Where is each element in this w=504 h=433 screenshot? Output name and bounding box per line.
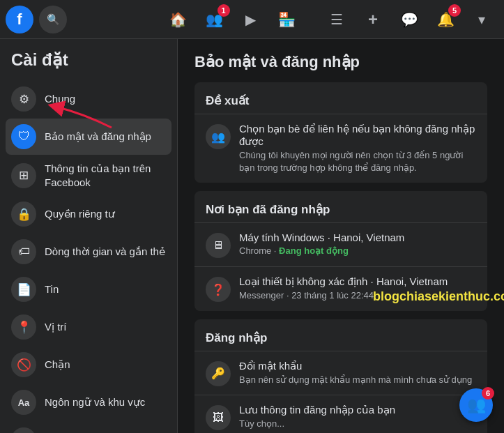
- marketplace-icon: 🏪: [278, 11, 296, 28]
- facebook-logo[interactable]: f: [6, 6, 33, 33]
- item-subtitle: Chúng tôi khuyên mọi người nên chọn từ 3…: [239, 149, 476, 174]
- people-icon: 👥: [467, 396, 486, 414]
- menu-nav-button[interactable]: ☰: [320, 3, 353, 36]
- page-title: Bảo mật và đăng nhập: [194, 53, 487, 71]
- password-icon: 🔑: [206, 361, 231, 386]
- section-header-dexuat: Đề xuất: [194, 82, 487, 114]
- face-icon: 👤: [11, 427, 36, 433]
- list-item[interactable]: 🖥 Máy tính Windows · Hanoi, Vietnam Chro…: [194, 222, 487, 266]
- sidebar-title: Cài đặt: [6, 50, 171, 70]
- item-text: Lưu thông tin đăng nhập của bạn Tùy chọn…: [239, 404, 476, 430]
- item-text: Loại thiết bị không xác định · Hanoi, Vi…: [239, 275, 476, 302]
- sidebar-label-baomat: Bảo mật và đăng nhập: [45, 130, 151, 144]
- sidebar-item-thongtin[interactable]: ⊞ Thông tin của bạn trên Facebook: [6, 156, 171, 195]
- section-dangnhap: Đăng nhập 🔑 Đổi mật khẩu Bạn nên sử dụng…: [194, 319, 487, 433]
- search-button[interactable]: 🔍: [39, 6, 67, 33]
- sidebar-label-dongthoigian: Dòng thời gian và gắn thẻ: [45, 245, 165, 259]
- sidebar-item-nhandardang[interactable]: 👤 Nhận dạng khuôn mặt: [6, 422, 171, 433]
- marketplace-nav-button[interactable]: 🏪: [270, 3, 304, 36]
- sidebar-label-vitri: Vị trí: [45, 320, 67, 334]
- main-content: Bảo mật và đăng nhập Đề xuất 👥 Chọn bạn …: [178, 39, 504, 433]
- sidebar-item-quyenriengtu[interactable]: 🔒 Quyền riêng tư: [6, 196, 171, 232]
- item-title: Chọn bạn bè để liên hệ nếu bạn không đăn…: [239, 123, 476, 148]
- nav-right: ☰ + 💬 🔔 5 ▾: [320, 3, 498, 36]
- sidebar-item-ngonngu[interactable]: Aa Ngôn ngữ và khu vực: [6, 384, 171, 420]
- unknown-device-icon: ❓: [206, 277, 231, 302]
- active-status: Đang hoạt động: [279, 245, 349, 256]
- language-icon: Aa: [11, 390, 36, 415]
- item-text: Chọn bạn bè để liên hệ nếu bạn không đăn…: [239, 123, 476, 174]
- create-nav-button[interactable]: +: [356, 3, 390, 36]
- item-subtitle: Chrome · Đang hoạt động: [239, 245, 476, 257]
- watch-nav-button[interactable]: ▶: [234, 3, 268, 36]
- section-header-dangnhap: Nơi bạn đã đăng nhập: [194, 191, 487, 222]
- list-item[interactable]: 🖼 Lưu thông tin đăng nhập của bạn Tùy ch…: [194, 395, 487, 433]
- news-icon: 📄: [11, 277, 36, 302]
- friends-badge: 1: [217, 4, 230, 17]
- sidebar-item-tin[interactable]: 📄 Tin: [6, 271, 171, 307]
- notifications-nav-button[interactable]: 🔔 5: [429, 3, 462, 36]
- sidebar-item-chung[interactable]: ⚙ Chung: [6, 81, 171, 117]
- info-icon: ⊞: [11, 163, 36, 188]
- browser-label: Chrome ·: [239, 245, 279, 256]
- watch-icon: ▶: [245, 11, 256, 28]
- windows-icon: 🖥: [206, 233, 231, 258]
- item-subtitle: Tùy chọn...: [239, 418, 476, 430]
- list-item[interactable]: 🔑 Đổi mật khẩu Bạn nên sử dụng mật khẩu …: [194, 351, 487, 395]
- lock-icon: 🔒: [11, 202, 36, 227]
- save-login-icon: 🖼: [206, 405, 231, 430]
- sidebar-label-quyenriengtu: Quyền riêng tư: [45, 207, 115, 221]
- section-dexuat: Đề xuất 👥 Chọn bạn bè để liên hệ nếu bạn…: [194, 82, 487, 183]
- notifications-badge: 5: [448, 4, 461, 17]
- gear-icon: ⚙: [11, 86, 36, 112]
- section-noibandadangnhap: Nơi bạn đã đăng nhập 🖥 Máy tính Windows …: [194, 191, 487, 310]
- sidebar-label-ngonngu: Ngôn ngữ và khu vực: [45, 395, 145, 409]
- item-subtitle: Bạn nên sử dụng mật khẩu mạnh mà mình ch…: [239, 374, 476, 386]
- create-icon: +: [368, 10, 378, 29]
- sidebar-label-thongtin: Thông tin của bạn trên Facebook: [45, 162, 166, 189]
- section-header-dangnhap2: Đăng nhập: [194, 319, 487, 351]
- sidebar-label-chung: Chung: [45, 92, 75, 106]
- menu-icon: ☰: [330, 11, 343, 28]
- sidebar-item-dongthoigian[interactable]: 🏷 Dòng thời gian và gắn thẻ: [6, 234, 171, 270]
- friends-suggest-icon: 👥: [206, 124, 231, 149]
- list-item[interactable]: ❓ Loại thiết bị không xác định · Hanoi, …: [194, 266, 487, 310]
- search-icon: 🔍: [47, 13, 60, 26]
- list-item[interactable]: 👥 Chọn bạn bè để liên hệ nếu bạn không đ…: [194, 114, 487, 183]
- messenger-icon: 💬: [401, 11, 418, 28]
- item-title: Máy tính Windows · Hanoi, Vietnam: [239, 231, 476, 243]
- sidebar-item-baomat[interactable]: 🛡 Bảo mật và đăng nhập: [6, 119, 171, 155]
- float-badge: 6: [482, 387, 494, 400]
- sidebar-label-tin: Tin: [45, 282, 59, 296]
- item-text: Máy tính Windows · Hanoi, Vietnam Chrome…: [239, 231, 476, 257]
- float-action-button[interactable]: 👥 6: [459, 388, 493, 422]
- nav-left: f 🔍: [6, 6, 145, 33]
- home-nav-button[interactable]: 🏠: [162, 3, 195, 36]
- sidebar: Cài đặt ⚙ Chung 🛡 Bảo mật và đăng nhập ⊞…: [0, 39, 178, 433]
- location-icon: 📍: [11, 314, 36, 340]
- nav-center: 🏠 👥 1 ▶ 🏪: [145, 3, 320, 36]
- shield-icon: 🛡: [11, 124, 36, 149]
- item-title: Đổi mật khẩu: [239, 360, 476, 372]
- home-icon: 🏠: [169, 11, 187, 28]
- item-title: Loại thiết bị không xác định · Hanoi, Vi…: [239, 275, 476, 288]
- block-icon: 🚫: [11, 352, 36, 377]
- messenger-nav-button[interactable]: 💬: [392, 3, 426, 36]
- layout: Cài đặt ⚙ Chung 🛡 Bảo mật và đăng nhập ⊞…: [0, 39, 504, 433]
- item-text: Đổi mật khẩu Bạn nên sử dụng mật khẩu mạ…: [239, 360, 476, 386]
- item-subtitle: Messenger · 23 tháng 1 lúc 22:44: [239, 289, 476, 302]
- topnav: f 🔍 🏠 👥 1 ▶ 🏪 ☰ + 💬 🔔 5: [0, 0, 504, 39]
- item-title: Lưu thông tin đăng nhập của bạn: [239, 404, 476, 416]
- sidebar-label-chan: Chặn: [45, 358, 70, 372]
- chevron-down-icon: ▾: [478, 11, 485, 28]
- tag-icon: 🏷: [11, 239, 36, 264]
- sidebar-item-chan[interactable]: 🚫 Chặn: [6, 347, 171, 383]
- sidebar-item-vitri[interactable]: 📍 Vị trí: [6, 309, 171, 345]
- account-nav-button[interactable]: ▾: [465, 3, 498, 36]
- friends-nav-button[interactable]: 👥 1: [198, 3, 231, 36]
